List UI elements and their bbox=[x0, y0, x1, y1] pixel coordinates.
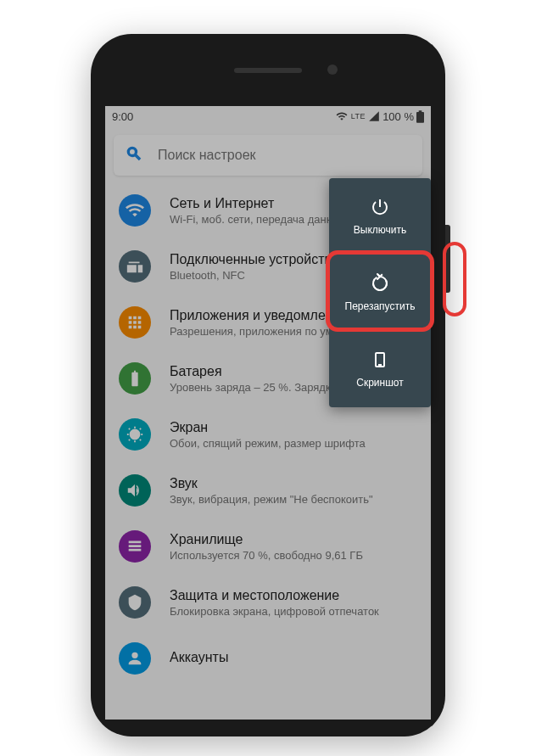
restart-label: Перезапустить bbox=[345, 300, 416, 312]
battery-icon bbox=[119, 362, 151, 395]
power-button-highlight bbox=[443, 242, 466, 316]
battery-icon bbox=[416, 110, 424, 123]
screenshot-button[interactable]: Скриншот bbox=[329, 331, 431, 407]
screenshot-label: Скриншот bbox=[356, 377, 403, 389]
storage-icon bbox=[119, 530, 151, 563]
item-text: ХранилищеИспользуется 70 %, свободно 9,6… bbox=[170, 532, 417, 562]
wifi-icon bbox=[119, 194, 151, 227]
phone-camera bbox=[327, 64, 338, 75]
accounts-icon bbox=[119, 642, 151, 675]
settings-item-display[interactable]: ЭкранОбои, спящий режим, размер шрифта bbox=[105, 406, 431, 462]
item-subtitle: Обои, спящий режим, размер шрифта bbox=[170, 437, 417, 450]
settings-item-sound[interactable]: ЗвукЗвук, вибрация, режим "Не беспокоить… bbox=[105, 462, 431, 518]
item-title: Хранилище bbox=[170, 532, 417, 547]
item-text: ЭкранОбои, спящий режим, размер шрифта bbox=[170, 420, 417, 450]
restart-icon bbox=[370, 273, 390, 294]
item-subtitle: Звук, вибрация, режим "Не беспокоить" bbox=[170, 493, 417, 506]
display-icon bbox=[119, 418, 151, 451]
power-menu: Выключить Перезапустить Скриншот bbox=[329, 178, 431, 407]
search-placeholder: Поиск настроек bbox=[158, 148, 256, 163]
item-title: Звук bbox=[170, 476, 417, 491]
security-icon bbox=[119, 586, 151, 619]
settings-item-storage[interactable]: ХранилищеИспользуется 70 %, свободно 9,6… bbox=[105, 518, 431, 574]
status-battery-text: 100 % bbox=[382, 110, 414, 123]
screenshot-icon bbox=[370, 350, 390, 370]
item-title: Экран bbox=[170, 420, 417, 435]
power-icon bbox=[370, 197, 390, 217]
item-subtitle: Блокировка экрана, цифровой отпечаток bbox=[170, 605, 417, 618]
item-subtitle: Используется 70 %, свободно 9,61 ГБ bbox=[170, 549, 417, 562]
item-text: Защита и местоположениеБлокировка экрана… bbox=[170, 588, 417, 618]
power-off-button[interactable]: Выключить bbox=[329, 178, 431, 255]
devices-icon bbox=[119, 250, 151, 283]
settings-item-security[interactable]: Защита и местоположениеБлокировка экрана… bbox=[105, 574, 431, 630]
item-title: Аккаунты bbox=[170, 650, 417, 665]
search-icon bbox=[126, 145, 142, 165]
item-title: Защита и местоположение bbox=[170, 588, 417, 603]
power-off-label: Выключить bbox=[354, 224, 406, 236]
status-time: 9:00 bbox=[112, 110, 133, 123]
search-bar[interactable]: Поиск настроек bbox=[114, 135, 422, 176]
status-bar: 9:00 LTE 100 % bbox=[105, 106, 431, 126]
wifi-icon bbox=[335, 110, 349, 122]
sound-icon bbox=[119, 474, 151, 507]
item-text: Аккаунты bbox=[170, 650, 417, 667]
status-icons: LTE 100 % bbox=[335, 110, 424, 123]
item-text: ЗвукЗвук, вибрация, режим "Не беспокоить… bbox=[170, 476, 417, 506]
restart-button[interactable]: Перезапустить bbox=[329, 255, 431, 331]
phone-speaker bbox=[234, 68, 302, 73]
apps-icon bbox=[119, 306, 151, 339]
signal-icon bbox=[368, 110, 380, 122]
settings-item-accounts[interactable]: Аккаунты bbox=[105, 630, 431, 686]
status-lte: LTE bbox=[351, 112, 366, 120]
